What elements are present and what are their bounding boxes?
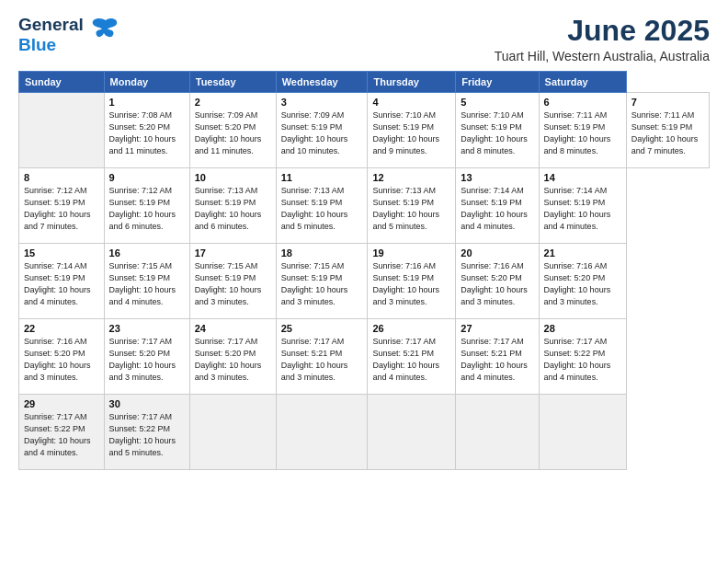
calendar-day-cell: 19Sunrise: 7:16 AMSunset: 5:19 PMDayligh… [368, 244, 456, 319]
calendar-day-cell: 22Sunrise: 7:16 AMSunset: 5:20 PMDayligh… [19, 319, 105, 395]
day-info: Sunrise: 7:12 AMSunset: 5:19 PMDaylight:… [109, 185, 185, 233]
day-info: Sunrise: 7:12 AMSunset: 5:19 PMDaylight:… [24, 185, 99, 233]
day-number: 24 [195, 323, 271, 334]
calendar-day-cell: 26Sunrise: 7:17 AMSunset: 5:21 PMDayligh… [368, 319, 456, 395]
day-number: 5 [461, 97, 533, 108]
empty-cell [276, 395, 368, 470]
calendar-day-cell: 18Sunrise: 7:15 AMSunset: 5:19 PMDayligh… [276, 244, 368, 319]
day-number: 30 [109, 398, 185, 409]
header: General Blue June 2025 Tuart Hill, Weste… [18, 15, 710, 63]
day-number: 9 [109, 172, 185, 183]
logo-area: General Blue [18, 15, 120, 55]
day-number: 8 [24, 172, 99, 183]
day-info: Sunrise: 7:13 AMSunset: 5:19 PMDaylight:… [372, 185, 450, 233]
empty-cell [368, 395, 456, 470]
day-header-monday: Monday [104, 72, 189, 93]
day-number: 6 [544, 97, 621, 108]
logo-bird-icon [91, 15, 120, 48]
day-info: Sunrise: 7:14 AMSunset: 5:19 PMDaylight:… [461, 185, 533, 233]
day-header-saturday: Saturday [539, 72, 626, 93]
day-header-wednesday: Wednesday [276, 72, 368, 93]
calendar-day-cell: 12Sunrise: 7:13 AMSunset: 5:19 PMDayligh… [368, 168, 456, 244]
day-number: 28 [544, 323, 621, 334]
day-info: Sunrise: 7:11 AMSunset: 5:19 PMDaylight:… [631, 109, 704, 157]
day-info: Sunrise: 7:09 AMSunset: 5:19 PMDaylight:… [281, 109, 363, 157]
day-info: Sunrise: 7:17 AMSunset: 5:20 PMDaylight:… [109, 336, 185, 384]
calendar-day-cell: 27Sunrise: 7:17 AMSunset: 5:21 PMDayligh… [456, 319, 539, 395]
day-info: Sunrise: 7:15 AMSunset: 5:19 PMDaylight:… [109, 260, 185, 308]
calendar-day-cell: 9Sunrise: 7:12 AMSunset: 5:19 PMDaylight… [104, 168, 189, 244]
calendar-day-cell: 6Sunrise: 7:11 AMSunset: 5:19 PMDaylight… [539, 93, 626, 168]
month-title: June 2025 [495, 15, 710, 47]
day-info: Sunrise: 7:17 AMSunset: 5:21 PMDaylight:… [372, 336, 450, 384]
empty-cell [456, 395, 539, 470]
day-number: 21 [544, 247, 621, 259]
calendar-day-cell: 5Sunrise: 7:10 AMSunset: 5:19 PMDaylight… [456, 93, 539, 168]
calendar-day-cell: 23Sunrise: 7:17 AMSunset: 5:20 PMDayligh… [104, 319, 189, 395]
empty-cell [539, 395, 626, 470]
day-header-thursday: Thursday [368, 72, 456, 93]
calendar-week-row: 1Sunrise: 7:08 AMSunset: 5:20 PMDaylight… [19, 93, 710, 168]
day-number: 23 [109, 323, 185, 334]
calendar-header-row: SundayMondayTuesdayWednesdayThursdayFrid… [19, 72, 710, 93]
day-info: Sunrise: 7:15 AMSunset: 5:19 PMDaylight:… [195, 260, 271, 308]
day-number: 19 [372, 247, 450, 259]
calendar-day-cell: 8Sunrise: 7:12 AMSunset: 5:19 PMDaylight… [19, 168, 105, 244]
empty-cell [19, 93, 105, 168]
day-info: Sunrise: 7:16 AMSunset: 5:20 PMDaylight:… [24, 336, 99, 384]
day-info: Sunrise: 7:10 AMSunset: 5:19 PMDaylight:… [372, 109, 450, 157]
day-header-friday: Friday [456, 72, 539, 93]
day-header-tuesday: Tuesday [189, 72, 276, 93]
day-number: 1 [109, 97, 185, 108]
calendar-day-cell: 2Sunrise: 7:09 AMSunset: 5:20 PMDaylight… [189, 93, 276, 168]
day-info: Sunrise: 7:16 AMSunset: 5:19 PMDaylight:… [372, 260, 450, 308]
day-number: 17 [195, 247, 271, 259]
calendar-day-cell: 20Sunrise: 7:16 AMSunset: 5:20 PMDayligh… [456, 244, 539, 319]
calendar-week-row: 15Sunrise: 7:14 AMSunset: 5:19 PMDayligh… [19, 244, 710, 319]
day-number: 22 [24, 323, 99, 334]
day-number: 13 [461, 172, 533, 183]
calendar-day-cell: 16Sunrise: 7:15 AMSunset: 5:19 PMDayligh… [104, 244, 189, 319]
day-number: 3 [281, 97, 363, 108]
calendar-day-cell: 21Sunrise: 7:16 AMSunset: 5:20 PMDayligh… [539, 244, 626, 319]
day-info: Sunrise: 7:17 AMSunset: 5:22 PMDaylight:… [109, 411, 185, 459]
calendar-day-cell: 7Sunrise: 7:11 AMSunset: 5:19 PMDaylight… [626, 93, 709, 168]
day-number: 29 [24, 398, 99, 409]
calendar-day-cell: 29Sunrise: 7:17 AMSunset: 5:22 PMDayligh… [19, 395, 105, 470]
calendar-day-cell: 13Sunrise: 7:14 AMSunset: 5:19 PMDayligh… [456, 168, 539, 244]
day-info: Sunrise: 7:17 AMSunset: 5:22 PMDaylight:… [24, 411, 99, 459]
day-info: Sunrise: 7:08 AMSunset: 5:20 PMDaylight:… [109, 109, 185, 157]
calendar-week-row: 29Sunrise: 7:17 AMSunset: 5:22 PMDayligh… [19, 395, 710, 470]
day-info: Sunrise: 7:17 AMSunset: 5:22 PMDaylight:… [544, 336, 621, 384]
day-info: Sunrise: 7:13 AMSunset: 5:19 PMDaylight:… [195, 185, 271, 233]
day-info: Sunrise: 7:11 AMSunset: 5:19 PMDaylight:… [544, 109, 621, 157]
page: General Blue June 2025 Tuart Hill, Weste… [0, 0, 728, 563]
day-info: Sunrise: 7:16 AMSunset: 5:20 PMDaylight:… [461, 260, 533, 308]
day-number: 18 [281, 247, 363, 259]
day-number: 27 [461, 323, 533, 334]
day-info: Sunrise: 7:09 AMSunset: 5:20 PMDaylight:… [195, 109, 271, 157]
title-area: June 2025 Tuart Hill, Western Australia,… [495, 15, 710, 63]
calendar-week-row: 22Sunrise: 7:16 AMSunset: 5:20 PMDayligh… [19, 319, 710, 395]
day-info: Sunrise: 7:15 AMSunset: 5:19 PMDaylight:… [281, 260, 363, 308]
calendar-day-cell: 25Sunrise: 7:17 AMSunset: 5:21 PMDayligh… [276, 319, 368, 395]
empty-cell [189, 395, 276, 470]
day-info: Sunrise: 7:10 AMSunset: 5:19 PMDaylight:… [461, 109, 533, 157]
calendar-day-cell: 15Sunrise: 7:14 AMSunset: 5:19 PMDayligh… [19, 244, 105, 319]
calendar-day-cell: 17Sunrise: 7:15 AMSunset: 5:19 PMDayligh… [189, 244, 276, 319]
day-info: Sunrise: 7:13 AMSunset: 5:19 PMDaylight:… [281, 185, 363, 233]
day-info: Sunrise: 7:16 AMSunset: 5:20 PMDaylight:… [544, 260, 621, 308]
calendar-day-cell: 30Sunrise: 7:17 AMSunset: 5:22 PMDayligh… [104, 395, 189, 470]
day-number: 7 [631, 97, 704, 108]
day-number: 4 [372, 97, 450, 108]
calendar-table: SundayMondayTuesdayWednesdayThursdayFrid… [18, 71, 710, 470]
logo-text: General Blue [18, 15, 84, 55]
day-info: Sunrise: 7:17 AMSunset: 5:21 PMDaylight:… [281, 336, 363, 384]
day-number: 10 [195, 172, 271, 183]
calendar-week-row: 8Sunrise: 7:12 AMSunset: 5:19 PMDaylight… [19, 168, 710, 244]
location-title: Tuart Hill, Western Australia, Australia [495, 49, 710, 63]
day-number: 26 [372, 323, 450, 334]
day-number: 25 [281, 323, 363, 334]
calendar-day-cell: 11Sunrise: 7:13 AMSunset: 5:19 PMDayligh… [276, 168, 368, 244]
day-header-sunday: Sunday [19, 72, 105, 93]
